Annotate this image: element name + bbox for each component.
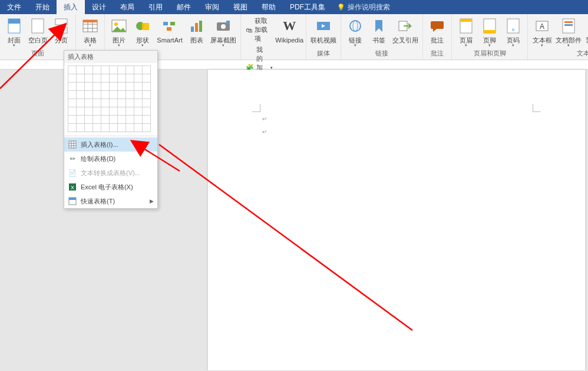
- store-icon: 🛍: [246, 25, 252, 35]
- footer-icon: [480, 17, 499, 35]
- dropdown-title: 插入表格: [64, 51, 157, 63]
- svg-marker-28: [375, 20, 382, 32]
- smartart-button[interactable]: SmartArt: [154, 15, 185, 48]
- svg-rect-18: [191, 27, 194, 32]
- svg-rect-10: [83, 20, 97, 22]
- header-button[interactable]: 页眉▾: [454, 15, 478, 48]
- chart-button[interactable]: 图表: [185, 15, 209, 48]
- svg-point-22: [221, 24, 226, 29]
- tab-design[interactable]: 设计: [85, 0, 113, 14]
- crossref-icon: [396, 17, 415, 35]
- quickparts-icon: [559, 17, 578, 35]
- get-addins-button[interactable]: 🛍获取加载项: [243, 15, 275, 44]
- table-grid-picker[interactable]: [64, 63, 157, 134]
- tab-references[interactable]: 引用: [141, 0, 170, 14]
- page-break-button[interactable]: 分页: [49, 15, 73, 48]
- tab-view[interactable]: 视图: [226, 0, 255, 14]
- wordart-button[interactable]: A 艺术字▾: [583, 15, 588, 48]
- tab-file[interactable]: 文件: [0, 0, 28, 14]
- table-button[interactable]: 表格▾: [78, 15, 102, 48]
- svg-marker-31: [433, 29, 437, 32]
- menu-draw-table[interactable]: ✏ 绘制表格(D): [64, 152, 157, 166]
- svg-rect-23: [226, 21, 230, 24]
- footer-button[interactable]: 页脚▾: [478, 15, 501, 48]
- group-text: A 文本框▾ 文档部件▾ A 艺术字▾ A 首字下沉▾ 文本: [528, 14, 588, 60]
- draw-table-icon: ✏: [68, 154, 77, 163]
- svg-rect-20: [199, 21, 202, 32]
- svg-point-26: [350, 21, 361, 31]
- smartart-icon: [160, 17, 179, 35]
- insert-table-icon: [68, 140, 77, 149]
- tab-mailings[interactable]: 邮件: [170, 0, 198, 14]
- group-label-text: 文本: [530, 48, 588, 60]
- margin-corner-tl: [252, 104, 260, 112]
- header-icon: [457, 17, 475, 35]
- chevron-right-icon: ▶: [150, 198, 154, 204]
- video-icon: [314, 17, 333, 35]
- svg-rect-1: [8, 19, 20, 24]
- svg-rect-15: [163, 22, 168, 25]
- document-page[interactable]: ↵↵: [208, 70, 585, 370]
- tab-layout[interactable]: 布局: [113, 0, 141, 14]
- picture-button[interactable]: 图片▾: [107, 15, 131, 48]
- svg-point-12: [114, 22, 118, 26]
- shapes-icon: [133, 17, 152, 35]
- textbox-button[interactable]: A 文本框▾: [530, 15, 554, 48]
- tab-pdftools[interactable]: PDF工具集: [283, 0, 332, 14]
- svg-rect-2: [32, 19, 44, 33]
- paragraph-mark: ↵↵: [262, 116, 267, 135]
- svg-rect-3: [55, 19, 67, 25]
- picture-icon: [110, 17, 128, 35]
- group-media: 联机视频 媒体: [306, 14, 341, 60]
- crossref-button[interactable]: 交叉引用: [391, 15, 420, 48]
- page-number-button[interactable]: # 页码▾: [501, 15, 525, 48]
- group-label-media: 媒体: [309, 48, 338, 60]
- bookmark-icon: [369, 17, 388, 35]
- table-icon: [81, 17, 100, 35]
- menu-excel-spreadsheet[interactable]: X Excel 电子表格(X): [64, 180, 157, 194]
- tell-me-search[interactable]: 💡 操作说明搜索: [332, 0, 395, 14]
- menu-insert-table[interactable]: 插入表格(I)...: [64, 137, 157, 152]
- convert-icon: 📄: [68, 168, 77, 178]
- svg-rect-35: [484, 30, 495, 33]
- group-label-links: 链接: [343, 48, 420, 60]
- tab-home[interactable]: 开始: [28, 0, 57, 14]
- cover-page-button[interactable]: 封面▾: [2, 15, 26, 48]
- link-button[interactable]: 链接▾: [343, 15, 367, 48]
- quick-tables-icon: [68, 196, 77, 206]
- svg-rect-33: [460, 19, 472, 22]
- group-headerfooter: 页眉▾ 页脚▾ # 页码▾ 页眉和页脚: [452, 14, 528, 60]
- tab-review[interactable]: 审阅: [198, 0, 226, 14]
- blank-page-button[interactable]: 空白页: [26, 15, 49, 48]
- wordart-icon: A: [586, 17, 588, 35]
- svg-text:A: A: [540, 22, 544, 31]
- svg-rect-30: [431, 21, 444, 29]
- page-break-icon: [52, 17, 71, 35]
- bookmark-button[interactable]: 书签: [367, 15, 391, 48]
- blank-page-icon: [28, 17, 47, 35]
- tab-bar: 文件 开始 插入 设计 布局 引用 邮件 审阅 视图 帮助 PDF工具集 💡 操…: [0, 0, 588, 14]
- comment-button[interactable]: 批注: [425, 15, 449, 48]
- lightbulb-icon: 💡: [337, 4, 345, 11]
- svg-point-27: [353, 21, 358, 31]
- svg-rect-41: [564, 21, 573, 23]
- tab-insert[interactable]: 插入: [57, 0, 85, 14]
- quickparts-button[interactable]: 文档部件▾: [554, 15, 583, 48]
- tell-me-label: 操作说明搜索: [348, 2, 390, 12]
- menu-quick-tables[interactable]: 快速表格(T) ▶: [64, 194, 157, 208]
- svg-rect-4: [55, 27, 67, 33]
- group-links: 链接▾ 书签 交叉引用 链接: [341, 14, 423, 60]
- group-label-pages: 页面: [2, 48, 73, 60]
- svg-text:#: #: [512, 27, 515, 32]
- wikipedia-icon: W: [280, 17, 299, 35]
- group-label-headerfooter: 页眉和页脚: [454, 48, 525, 60]
- tab-help[interactable]: 帮助: [255, 0, 283, 14]
- online-video-button[interactable]: 联机视频: [309, 15, 338, 48]
- screenshot-button[interactable]: 屏幕截图▾: [209, 15, 238, 48]
- group-label-comments: 批注: [425, 48, 449, 60]
- excel-icon: X: [68, 182, 77, 192]
- link-icon: [346, 17, 365, 35]
- screenshot-icon: [214, 17, 233, 35]
- shapes-button[interactable]: 形状▾: [131, 15, 154, 48]
- textbox-icon: A: [533, 17, 551, 35]
